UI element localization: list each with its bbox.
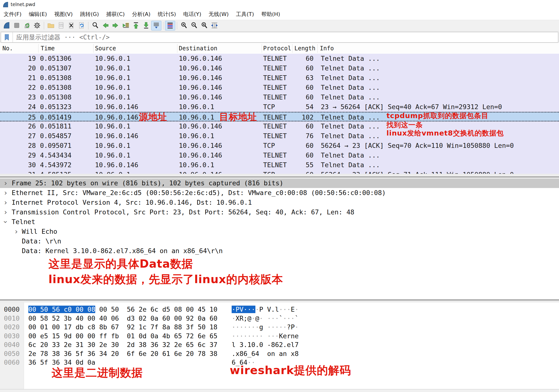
hex-bytes[interactable]: 00 58 52 3b 40 00 40 06 d3 02 0a 60 00 9… — [28, 314, 217, 323]
column-header-info[interactable]: Info — [320, 45, 334, 52]
hex-row-0000[interactable]: 000000 50 56 c0 00 08 00 50 56 2e 6c d5 … — [0, 305, 559, 314]
column-separator[interactable] — [292, 44, 292, 53]
column-header-length[interactable]: Length — [294, 45, 316, 52]
non-printable-dot: · — [251, 315, 255, 322]
chevron-right-icon[interactable]: › — [14, 227, 19, 236]
non-printable-dot: · — [243, 323, 247, 331]
hex-row-0020[interactable]: 002000 01 00 17 db c8 8b 67 92 1c 7f 8a … — [0, 322, 559, 331]
detail-row[interactable]: ›Transmission Control Protocol, Src Port… — [0, 207, 559, 217]
chevron-right-icon[interactable]: › — [3, 207, 8, 217]
column-separator[interactable] — [262, 44, 262, 53]
go-to-packet-button[interactable] — [121, 21, 131, 30]
zoom-out-button[interactable] — [189, 21, 199, 30]
packet-row-24[interactable]: 240.05132310.96.0.14610.96.0.1TCP5423 → … — [0, 102, 559, 112]
menu-item-edit[interactable]: 编辑(E) — [25, 9, 51, 19]
go-back-button[interactable] — [100, 21, 111, 30]
hex-ascii[interactable]: .x86_64 on an x8 — [232, 349, 299, 358]
packet-row-31[interactable]: 314.58513510.96.0.110.96.0.146TCP6056264… — [0, 170, 559, 174]
hex-bytes[interactable]: 6c 20 33 2e 31 30 2e 30 2d 38 36 32 2e 6… — [28, 340, 217, 349]
menu-item-tools[interactable]: 工具(T) — [232, 9, 258, 19]
menu-item-telephony[interactable]: 电话(Y) — [179, 9, 205, 19]
save-file-button[interactable]: 01010110 — [56, 21, 66, 30]
zoom-in-button[interactable] — [179, 21, 189, 30]
hex-ascii[interactable]: ·PV····P V.l···E· — [232, 305, 298, 314]
reload-file-button[interactable] — [76, 21, 86, 30]
menu-item-help[interactable]: 帮助(H) — [258, 9, 284, 19]
menu-item-analyze[interactable]: 分析(A) — [128, 9, 154, 19]
menu-item-view[interactable]: 视图(V) — [51, 9, 76, 19]
open-file-button[interactable] — [46, 21, 56, 30]
packet-row-19[interactable]: 190.05130610.96.0.110.96.0.146TELNET60Te… — [0, 54, 559, 63]
menu-item-file[interactable]: 文件(F) — [0, 9, 25, 19]
ascii-selected-chars: ·PV··· — [232, 306, 255, 313]
resize-columns-button[interactable] — [209, 21, 220, 30]
column-header-no[interactable]: No. — [2, 45, 13, 52]
find-packet-button[interactable] — [90, 21, 100, 30]
packet-row-20[interactable]: 200.05130710.96.0.110.96.0.146TELNET60Te… — [0, 63, 559, 73]
annotation-destination-address: 目标地址 — [219, 111, 257, 123]
restart-capture-button[interactable] — [22, 21, 32, 30]
menu-item-statistics[interactable]: 统计(S) — [154, 9, 179, 19]
chevron-down-icon[interactable]: › — [1, 220, 10, 224]
detail-row[interactable]: Data: Kernel 3.10.0-862.el7.x86_64 on an… — [0, 246, 559, 256]
hex-bytes[interactable]: 00 01 00 17 db c8 8b 67 92 1c 7f 8a 88 3… — [28, 322, 217, 331]
non-printable-dot: · — [267, 323, 271, 331]
detail-row[interactable]: Data: \r\n — [0, 236, 559, 246]
column-separator[interactable] — [317, 44, 318, 53]
go-forward-button[interactable] — [111, 21, 121, 30]
column-header-time[interactable]: Time — [41, 45, 55, 52]
colorize-button[interactable] — [165, 21, 175, 30]
detail-row[interactable]: ›Ethernet II, Src: VMware_2e:6c:d5 (00:5… — [0, 188, 559, 198]
hex-row-0030[interactable]: 003000 e5 15 9d 00 00 ff fb 01 0d 0a 4b … — [0, 331, 559, 340]
column-header-source[interactable]: Source — [95, 45, 116, 52]
packet-row-21[interactable]: 210.05130810.96.0.110.96.0.146TELNET63Te… — [0, 73, 559, 83]
hex-bytes[interactable]: 00 e5 15 9d 00 00 ff fb 01 0d 0a 4b 65 7… — [28, 331, 217, 340]
hex-ascii[interactable]: ·XR;@·@· ···`···` — [232, 314, 299, 323]
hex-bytes[interactable]: 2e 78 38 36 5f 36 34 20 6f 6e 20 61 6e 2… — [28, 349, 217, 358]
cell-no: 31 — [0, 170, 36, 174]
chevron-right-icon[interactable]: › — [3, 188, 8, 198]
stop-capture-button[interactable] — [12, 21, 22, 30]
packet-row-22[interactable]: 220.05130810.96.0.110.96.0.146TELNET60Te… — [0, 83, 559, 92]
menu-item-wireless[interactable]: 无线(W) — [205, 9, 232, 19]
packet-row-30[interactable]: 304.54397210.96.0.14610.96.0.1TELNET55Te… — [0, 160, 559, 170]
hex-row-0040[interactable]: 00406c 20 33 2e 31 30 2e 30 2d 38 36 32 … — [0, 340, 559, 349]
chevron-right-icon[interactable]: › — [3, 178, 8, 188]
start-capture-button[interactable] — [1, 21, 12, 30]
hex-row-0010[interactable]: 001000 58 52 3b 40 00 40 06 d3 02 0a 60 … — [0, 314, 559, 323]
close-file-button[interactable] — [66, 21, 76, 30]
capture-options-button[interactable] — [32, 21, 42, 30]
hex-ascii[interactable]: l 3.10.0 -862.el7 — [232, 340, 299, 349]
hex-offset: 0020 — [4, 322, 20, 331]
hex-row-0050[interactable]: 00502e 78 38 36 5f 36 34 20 6f 6e 20 61 … — [0, 349, 559, 358]
chevron-right-icon[interactable]: › — [3, 198, 8, 207]
packet-row-28[interactable]: 280.09507110.96.0.110.96.0.146TCP6056264… — [0, 141, 559, 151]
cell-destination: 10.96.0.146 — [179, 151, 222, 160]
filter-bookmark-icon[interactable] — [1, 32, 13, 42]
packet-row-23[interactable]: 230.05130810.96.0.110.96.0.146TELNET60Te… — [0, 92, 559, 102]
detail-row[interactable]: ›Frame 25: 102 bytes on wire (816 bits),… — [0, 178, 559, 188]
pane-splitter-top[interactable] — [0, 174, 559, 177]
hex-ascii[interactable]: ·······g ·····?P· — [232, 322, 299, 331]
go-first-button[interactable] — [131, 21, 141, 30]
column-separator[interactable] — [177, 44, 177, 53]
cell-info: Telnet Data ... — [321, 54, 380, 63]
zoom-reset-button[interactable] — [199, 21, 209, 30]
hex-ascii[interactable]: ········ ···Kerne — [232, 331, 299, 340]
column-separator[interactable] — [38, 44, 38, 53]
column-separator[interactable] — [93, 44, 93, 53]
column-header-protocol[interactable]: Protocol — [263, 45, 291, 52]
cell-no: 30 — [0, 160, 36, 170]
go-last-button[interactable] — [141, 21, 151, 30]
hex-bytes[interactable]: 00 50 56 c0 00 08 00 50 56 2e 6c d5 08 0… — [28, 305, 217, 314]
detail-row[interactable]: ›Internet Protocol Version 4, Src: 10.96… — [0, 198, 559, 207]
column-header-destination[interactable]: Destination — [179, 45, 217, 52]
menu-item-capture[interactable]: 捕获(C) — [102, 9, 128, 19]
non-printable-dot: · — [232, 315, 235, 322]
menu-item-go[interactable]: 跳转(G) — [76, 9, 102, 19]
auto-scroll-button[interactable] — [151, 21, 161, 30]
display-filter-input[interactable] — [13, 32, 558, 43]
detail-row[interactable]: ›Will Echo — [0, 227, 559, 236]
detail-row[interactable]: ›Telnet — [0, 217, 559, 227]
packet-row-29[interactable]: 294.54343410.96.0.110.96.0.146TELNET60Te… — [0, 151, 559, 160]
